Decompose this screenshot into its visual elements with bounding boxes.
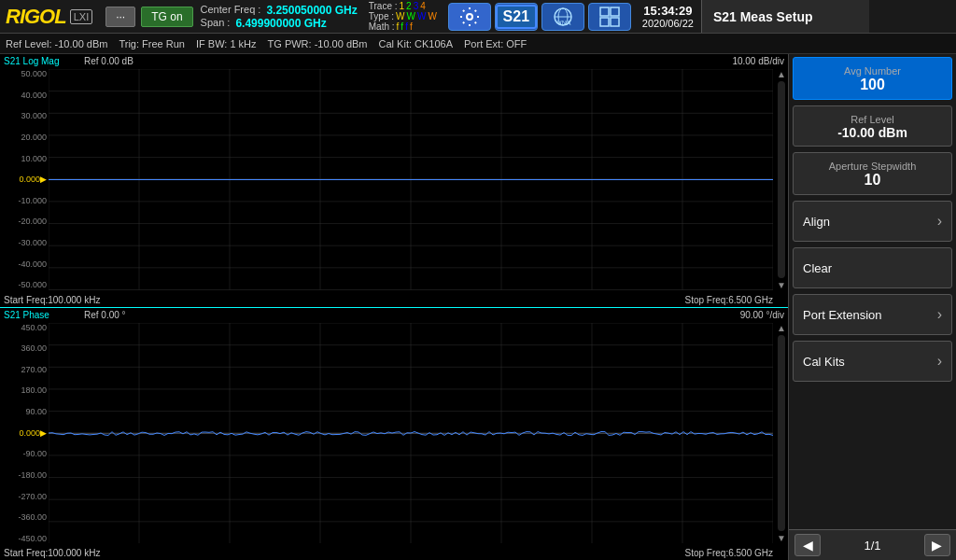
y-axis-label: 0.000▶	[2, 175, 47, 184]
y-axis-label: 360.00	[2, 343, 47, 353]
avg-number-label: Avg Number	[803, 63, 942, 77]
aperture-btn[interactable]: Aperture Stepwidth 10	[793, 152, 952, 195]
trace-3[interactable]: 3	[414, 1, 419, 11]
chart2-title: S21 Phase	[4, 310, 49, 320]
y-axis-label: -180.00	[2, 470, 47, 480]
scroll-up-arrow[interactable]: ▲	[777, 69, 786, 79]
scroll-down-arrow-2[interactable]: ▼	[777, 533, 786, 543]
chart1-title: S21 Log Mag	[4, 56, 60, 66]
span-value: 6.499900000 GHz	[235, 17, 326, 30]
span-label: Span :	[201, 17, 231, 30]
port-ext-chevron-icon: ›	[937, 306, 942, 323]
svg-rect-5	[600, 7, 609, 16]
ref-level-status: Ref Level: -10.00 dBm	[6, 38, 107, 49]
y-axis-label: 20.000	[2, 133, 47, 142]
s21-btn[interactable]: S21	[495, 3, 538, 31]
chart1-grid	[49, 69, 773, 290]
svg-text:VNA: VNA	[557, 20, 571, 26]
dots-button[interactable]: ···	[105, 7, 135, 27]
align-btn[interactable]: Align ›	[793, 201, 952, 242]
grid-icon-btn[interactable]	[588, 3, 631, 31]
port-ext-status: Port Ext: OFF	[464, 38, 527, 49]
clear-label: Clear	[803, 261, 832, 275]
rigol-logo: RIGOL	[6, 5, 66, 29]
svg-rect-6	[611, 7, 619, 16]
chart2-ref: Ref 0.00 °	[84, 310, 126, 320]
chart1-scroll[interactable]: ▲ ▼	[775, 69, 788, 290]
chart-phase: S21 Phase Ref 0.00 ° 90.00 °/div 450.003…	[0, 308, 788, 561]
icon-buttons: S21 VNA	[448, 3, 631, 31]
datetime: 15:34:29 2020/06/22	[635, 4, 701, 29]
bottom-nav: ◀ 1/1 ▶	[789, 529, 956, 560]
avg-number-btn[interactable]: Avg Number 100	[793, 57, 952, 100]
trace-info: Trace : 1 2 3 4 Type : W W W W Math : f …	[365, 1, 441, 32]
aperture-label: Aperture Stepwidth	[803, 159, 942, 172]
y-axis-label: -10.000	[2, 196, 47, 205]
avg-number-value: 100	[803, 77, 942, 93]
chart2-stop: Stop Freq:6.500 GHz	[685, 548, 774, 558]
y-axis-label: 180.00	[2, 385, 47, 395]
date-display: 2020/06/22	[642, 18, 694, 29]
clear-btn[interactable]: Clear	[793, 247, 952, 288]
y-axis-label: -450.00	[2, 534, 47, 543]
chart1-canvas	[49, 69, 773, 290]
ref-level-btn[interactable]: Ref Level -10.00 dBm	[793, 105, 952, 147]
scroll-track	[778, 81, 785, 278]
meas-setup-title: S21 Meas Setup	[701, 0, 869, 33]
ref-level-label: Ref Level	[803, 112, 942, 125]
svg-rect-7	[600, 18, 609, 26]
chart1-y-axis: 50.00040.00030.00020.00010.0000.000▶-10.…	[0, 69, 49, 290]
port-extension-btn[interactable]: Port Extension ›	[793, 294, 952, 335]
math-4: f	[410, 21, 413, 32]
trace-4[interactable]: 4	[420, 1, 426, 11]
page-indicator: 1/1	[864, 539, 880, 553]
chart2-scroll[interactable]: ▲ ▼	[775, 323, 788, 544]
scroll-track-2	[778, 335, 785, 532]
chart1-ref: Ref 0.00 dB	[84, 56, 134, 66]
svg-rect-8	[611, 18, 619, 26]
if-bw-status: IF BW: 1 kHz	[196, 38, 257, 49]
scroll-up-arrow-2[interactable]: ▲	[777, 323, 786, 333]
y-axis-label: -20.000	[2, 217, 47, 226]
chart1-start: Start Freq:100.000 kHz	[4, 295, 100, 305]
chart1-stop: Stop Freq:6.500 GHz	[685, 295, 774, 305]
tg-button[interactable]: TG on	[141, 7, 192, 27]
time-display: 15:34:29	[643, 4, 692, 18]
cal-kit-status: Cal Kit: CK106A	[379, 38, 453, 49]
center-freq-label: Center Freq :	[201, 4, 261, 17]
align-label: Align	[803, 215, 830, 229]
y-axis-label: 50.000	[2, 69, 47, 78]
s21-display[interactable]: S21	[496, 5, 537, 29]
trace-label: Trace :	[369, 1, 398, 11]
y-axis-label: 10.000	[2, 154, 47, 163]
center-freq-value: 3.250050000 GHz	[266, 4, 357, 17]
y-axis-label: -360.00	[2, 512, 47, 522]
math-1: f	[397, 21, 400, 32]
type-label: Type :	[369, 11, 394, 21]
next-page-btn[interactable]: ▶	[924, 534, 950, 556]
settings-icon-btn[interactable]	[448, 3, 491, 31]
vna-icon-btn[interactable]: VNA	[541, 3, 584, 31]
cal-kits-chevron-icon: ›	[937, 353, 942, 370]
trace-1[interactable]: 1	[400, 1, 405, 11]
cal-kits-btn[interactable]: Cal Kits ›	[793, 341, 952, 382]
right-panel: Avg Number 100 Ref Level -10.00 dBm Aper…	[788, 54, 956, 560]
ref-level-value: -10.00 dBm	[803, 125, 942, 140]
y-axis-label: 90.00	[2, 407, 47, 416]
scroll-down-arrow[interactable]: ▼	[777, 280, 786, 290]
type-1: W	[396, 11, 404, 21]
math-label: Math :	[369, 21, 395, 32]
y-axis-label: 30.000	[2, 111, 47, 120]
chart-log-mag: S21 Log Mag Ref 0.00 dB 10.00 dB/div 50.…	[0, 54, 788, 308]
y-axis-label: -50.000	[2, 280, 47, 289]
y-axis-label: -90.00	[2, 449, 47, 458]
main-content: S21 Log Mag Ref 0.00 dB 10.00 dB/div 50.…	[0, 54, 956, 560]
tg-pwr-status: TG PWR: -10.00 dBm	[268, 38, 368, 49]
trace-2[interactable]: 2	[406, 1, 412, 11]
y-axis-label: 40.000	[2, 91, 47, 100]
cal-kits-label: Cal Kits	[803, 355, 845, 369]
svg-point-0	[467, 14, 472, 20]
prev-page-btn[interactable]: ◀	[794, 534, 821, 556]
type-4: W	[428, 11, 436, 21]
lxi-badge: LXI	[70, 9, 93, 24]
